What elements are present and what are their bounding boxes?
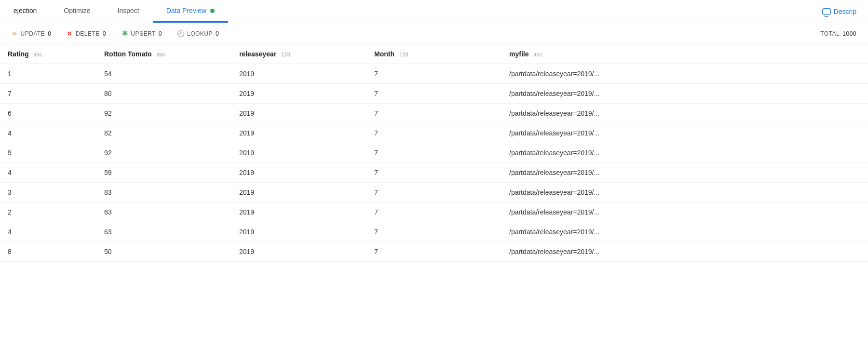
table-header: Rating abc Rotton Tomato abc releaseyear… bbox=[0, 44, 868, 64]
cell-rating: 2 bbox=[0, 202, 96, 222]
tab-inspect[interactable]: Inspect bbox=[104, 0, 153, 23]
lookup-label: LOOKUP bbox=[187, 30, 213, 37]
update-stat: ✳ UPDATE 0 bbox=[12, 30, 67, 38]
cell-releaseyear: 2019 bbox=[231, 222, 366, 242]
cell-myfile: /partdata/releaseyear=2019/... bbox=[502, 242, 868, 262]
table-body: 15420197/partdata/releaseyear=2019/...78… bbox=[0, 64, 868, 262]
cell-rating: 6 bbox=[0, 104, 96, 123]
data-table-container: Rating abc Rotton Tomato abc releaseyear… bbox=[0, 44, 868, 362]
table-row: 48220197/partdata/releaseyear=2019/... bbox=[0, 123, 868, 143]
cell-month: 7 bbox=[366, 64, 502, 84]
data-table: Rating abc Rotton Tomato abc releaseyear… bbox=[0, 44, 868, 262]
table-row: 15420197/partdata/releaseyear=2019/... bbox=[0, 64, 868, 84]
col-header-myfile: myfile abc bbox=[502, 44, 868, 64]
table-row: 99220197/partdata/releaseyear=2019/... bbox=[0, 143, 868, 163]
tab-optimize-label: Optimize bbox=[64, 7, 90, 14]
table-row: 46320197/partdata/releaseyear=2019/... bbox=[0, 222, 868, 242]
cell-month: 7 bbox=[366, 104, 502, 123]
cell-rating: 4 bbox=[0, 222, 96, 242]
cell-month: 7 bbox=[366, 143, 502, 163]
cell-myfile: /partdata/releaseyear=2019/... bbox=[502, 64, 868, 84]
cell-rotton_tomato: 59 bbox=[96, 163, 231, 183]
cell-month: 7 bbox=[366, 222, 502, 242]
cell-month: 7 bbox=[366, 163, 502, 183]
chat-icon bbox=[822, 8, 831, 15]
cell-rating: 3 bbox=[0, 183, 96, 202]
tab-optimize[interactable]: Optimize bbox=[50, 0, 104, 23]
active-dot bbox=[210, 9, 215, 13]
total-value: 1000 bbox=[842, 30, 856, 37]
col-header-releaseyear: releaseyear 123 bbox=[231, 44, 366, 64]
col-header-rotton-tomato: Rotton Tomato abc bbox=[96, 44, 231, 64]
cell-rotton_tomato: 92 bbox=[96, 104, 231, 123]
cell-rating: 4 bbox=[0, 163, 96, 183]
cell-myfile: /partdata/releaseyear=2019/... bbox=[502, 104, 868, 123]
cell-rotton_tomato: 82 bbox=[96, 123, 231, 143]
cell-rotton_tomato: 63 bbox=[96, 222, 231, 242]
update-value: 0 bbox=[48, 30, 51, 37]
stats-bar: ✳ UPDATE 0 ✕ DELETE 0 ✳ UPSERT 0 ⊙ LOOKU… bbox=[0, 23, 868, 44]
upsert-stat: ✳ UPSERT 0 bbox=[122, 29, 177, 38]
cell-rating: 8 bbox=[0, 242, 96, 262]
description-button[interactable]: Descrip bbox=[822, 0, 868, 23]
cell-month: 7 bbox=[366, 242, 502, 262]
cell-rotton_tomato: 54 bbox=[96, 64, 231, 84]
cell-rating: 4 bbox=[0, 123, 96, 143]
cell-myfile: /partdata/releaseyear=2019/... bbox=[502, 222, 868, 242]
delete-label: DELETE bbox=[76, 30, 100, 37]
description-label: Descrip bbox=[834, 8, 856, 15]
cell-month: 7 bbox=[366, 183, 502, 202]
delete-value: 0 bbox=[103, 30, 106, 37]
cell-myfile: /partdata/releaseyear=2019/... bbox=[502, 143, 868, 163]
upsert-icon: ✳ bbox=[122, 29, 128, 38]
top-nav: ejection Optimize Inspect Data Preview D… bbox=[0, 0, 868, 23]
table-row: 69220197/partdata/releaseyear=2019/... bbox=[0, 104, 868, 123]
cell-rotton_tomato: 50 bbox=[96, 242, 231, 262]
col-header-rating: Rating abc bbox=[0, 44, 96, 64]
cell-month: 7 bbox=[366, 202, 502, 222]
tab-ejection-label: ejection bbox=[14, 7, 37, 14]
cell-releaseyear: 2019 bbox=[231, 242, 366, 262]
total-label: TOTAL bbox=[820, 30, 840, 37]
cell-releaseyear: 2019 bbox=[231, 123, 366, 143]
upsert-value: 0 bbox=[159, 30, 162, 37]
cell-myfile: /partdata/releaseyear=2019/... bbox=[502, 123, 868, 143]
cell-releaseyear: 2019 bbox=[231, 104, 366, 123]
cell-rotton_tomato: 92 bbox=[96, 143, 231, 163]
table-row: 26320197/partdata/releaseyear=2019/... bbox=[0, 202, 868, 222]
upsert-label: UPSERT bbox=[131, 30, 155, 37]
col-header-month: Month 123 bbox=[366, 44, 502, 64]
update-icon: ✳ bbox=[12, 30, 18, 38]
cell-myfile: /partdata/releaseyear=2019/... bbox=[502, 202, 868, 222]
cell-rotton_tomato: 63 bbox=[96, 202, 231, 222]
cell-releaseyear: 2019 bbox=[231, 143, 366, 163]
cell-rotton_tomato: 83 bbox=[96, 183, 231, 202]
table-row: 85020197/partdata/releaseyear=2019/... bbox=[0, 242, 868, 262]
cell-myfile: /partdata/releaseyear=2019/... bbox=[502, 163, 868, 183]
cell-rating: 7 bbox=[0, 84, 96, 104]
cell-releaseyear: 2019 bbox=[231, 183, 366, 202]
delete-icon: ✕ bbox=[67, 30, 73, 38]
tab-inspect-label: Inspect bbox=[118, 7, 139, 14]
table-row: 45920197/partdata/releaseyear=2019/... bbox=[0, 163, 868, 183]
cell-releaseyear: 2019 bbox=[231, 84, 366, 104]
cell-myfile: /partdata/releaseyear=2019/... bbox=[502, 183, 868, 202]
lookup-stat: ⊙ LOOKUP 0 bbox=[177, 30, 234, 37]
cell-rotton_tomato: 80 bbox=[96, 84, 231, 104]
tab-ejection[interactable]: ejection bbox=[0, 0, 50, 23]
tab-data-preview[interactable]: Data Preview bbox=[153, 0, 228, 23]
tab-data-preview-label: Data Preview bbox=[166, 7, 206, 14]
cell-releaseyear: 2019 bbox=[231, 64, 366, 84]
cell-releaseyear: 2019 bbox=[231, 202, 366, 222]
cell-rating: 1 bbox=[0, 64, 96, 84]
cell-rating: 9 bbox=[0, 143, 96, 163]
lookup-icon: ⊙ bbox=[177, 30, 184, 37]
table-row: 38320197/partdata/releaseyear=2019/... bbox=[0, 183, 868, 202]
lookup-value: 0 bbox=[216, 30, 219, 37]
cell-month: 7 bbox=[366, 84, 502, 104]
cell-releaseyear: 2019 bbox=[231, 163, 366, 183]
update-label: UPDATE bbox=[21, 30, 45, 37]
total-stat: TOTAL 1000 bbox=[820, 30, 856, 37]
cell-month: 7 bbox=[366, 123, 502, 143]
delete-stat: ✕ DELETE 0 bbox=[67, 30, 121, 38]
